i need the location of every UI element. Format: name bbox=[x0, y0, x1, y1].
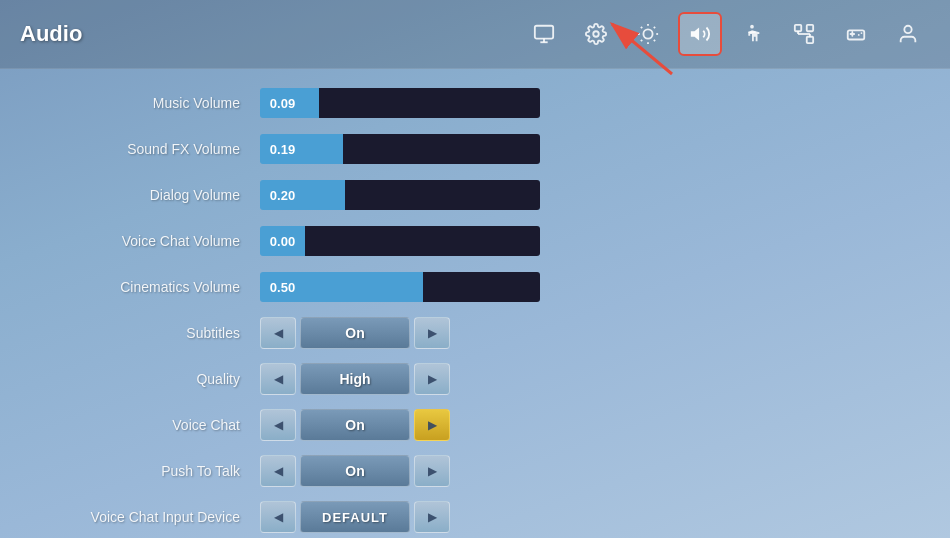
music-volume-track[interactable] bbox=[305, 88, 540, 118]
svg-rect-0 bbox=[535, 26, 553, 39]
setting-row-soundfx-volume: Sound FX Volume 0.19 bbox=[40, 130, 910, 168]
setting-row-push-to-talk: Push To Talk ◀ On ▶ bbox=[40, 452, 910, 490]
subtitles-label: Subtitles bbox=[40, 325, 260, 341]
setting-row-voice-chat: Voice Chat ◀ On ▶ bbox=[40, 406, 910, 444]
quality-value: High bbox=[300, 363, 410, 395]
voice-chat-label: Voice Chat bbox=[40, 417, 260, 433]
setting-row-music-volume: Music Volume 0.09 bbox=[40, 84, 910, 122]
account-icon bbox=[897, 23, 919, 45]
soundfx-volume-track[interactable] bbox=[305, 134, 540, 164]
push-to-talk-label: Push To Talk bbox=[40, 463, 260, 479]
nav-icon-accessibility[interactable] bbox=[730, 12, 774, 56]
gear-icon bbox=[585, 23, 607, 45]
svg-rect-17 bbox=[807, 25, 813, 31]
setting-row-quality: Quality ◀ High ▶ bbox=[40, 360, 910, 398]
settings-panel: Music Volume 0.09 Sound FX Volume 0.19 D… bbox=[0, 69, 950, 538]
voice-chat-right-btn[interactable]: ▶ bbox=[414, 409, 450, 441]
subtitles-left-btn[interactable]: ◀ bbox=[260, 317, 296, 349]
music-volume-slider[interactable]: 0.09 bbox=[260, 88, 540, 118]
soundfx-volume-label: Sound FX Volume bbox=[40, 141, 260, 157]
soundfx-volume-value: 0.19 bbox=[260, 134, 305, 164]
network-icon bbox=[793, 23, 815, 45]
svg-point-22 bbox=[904, 26, 911, 33]
dialog-volume-value: 0.20 bbox=[260, 180, 305, 210]
music-volume-value: 0.09 bbox=[260, 88, 305, 118]
brightness-icon bbox=[637, 23, 659, 45]
cinematics-volume-value: 0.50 bbox=[260, 272, 305, 302]
setting-row-cinematics-volume: Cinematics Volume 0.50 bbox=[40, 268, 910, 306]
setting-row-voicechat-volume: Voice Chat Volume 0.00 bbox=[40, 222, 910, 260]
soundfx-volume-fill bbox=[305, 134, 343, 164]
dialog-volume-slider[interactable]: 0.20 bbox=[260, 180, 540, 210]
monitor-icon bbox=[533, 23, 555, 45]
subtitles-toggle: ◀ On ▶ bbox=[260, 317, 450, 349]
voicechat-volume-value: 0.00 bbox=[260, 226, 305, 256]
svg-point-4 bbox=[643, 29, 652, 38]
push-to-talk-value: On bbox=[300, 455, 410, 487]
dialog-volume-label: Dialog Volume bbox=[40, 187, 260, 203]
nav-icon-controller[interactable] bbox=[834, 12, 878, 56]
cinematics-volume-track[interactable] bbox=[305, 272, 540, 302]
nav-icon-network[interactable] bbox=[782, 12, 826, 56]
svg-point-14 bbox=[750, 25, 754, 29]
quality-left-btn[interactable]: ◀ bbox=[260, 363, 296, 395]
voicechat-volume-track[interactable] bbox=[305, 226, 540, 256]
push-to-talk-right-btn[interactable]: ▶ bbox=[414, 455, 450, 487]
cinematics-volume-fill bbox=[305, 272, 423, 302]
nav-icon-brightness[interactable] bbox=[626, 12, 670, 56]
voice-input-device-toggle: ◀ DEFAULT ▶ bbox=[260, 501, 450, 533]
cinematics-volume-slider[interactable]: 0.50 bbox=[260, 272, 540, 302]
setting-row-dialog-volume: Dialog Volume 0.20 bbox=[40, 176, 910, 214]
cinematics-volume-label: Cinematics Volume bbox=[40, 279, 260, 295]
svg-line-12 bbox=[654, 27, 655, 28]
quality-toggle: ◀ High ▶ bbox=[260, 363, 450, 395]
accessibility-icon bbox=[741, 23, 763, 45]
subtitles-value: On bbox=[300, 317, 410, 349]
svg-rect-16 bbox=[795, 25, 801, 31]
music-volume-fill bbox=[305, 88, 319, 118]
voice-chat-toggle: ◀ On ▶ bbox=[260, 409, 450, 441]
nav-bar bbox=[522, 12, 930, 56]
voice-input-device-value: DEFAULT bbox=[300, 501, 410, 533]
svg-marker-13 bbox=[691, 28, 699, 41]
svg-point-3 bbox=[593, 31, 599, 37]
voicechat-volume-slider[interactable]: 0.00 bbox=[260, 226, 540, 256]
page-title: Audio bbox=[20, 21, 522, 47]
soundfx-volume-slider[interactable]: 0.19 bbox=[260, 134, 540, 164]
header: Audio bbox=[0, 0, 950, 69]
svg-line-11 bbox=[641, 40, 642, 41]
quality-right-btn[interactable]: ▶ bbox=[414, 363, 450, 395]
controller-icon bbox=[845, 23, 867, 45]
setting-row-subtitles: Subtitles ◀ On ▶ bbox=[40, 314, 910, 352]
voicechat-volume-label: Voice Chat Volume bbox=[40, 233, 260, 249]
voice-chat-left-btn[interactable]: ◀ bbox=[260, 409, 296, 441]
subtitles-right-btn[interactable]: ▶ bbox=[414, 317, 450, 349]
dialog-volume-fill bbox=[305, 180, 345, 210]
audio-icon bbox=[689, 23, 711, 45]
svg-rect-18 bbox=[807, 37, 813, 43]
voice-chat-value: On bbox=[300, 409, 410, 441]
svg-line-7 bbox=[641, 27, 642, 28]
dialog-volume-track[interactable] bbox=[305, 180, 540, 210]
quality-label: Quality bbox=[40, 371, 260, 387]
push-to-talk-toggle: ◀ On ▶ bbox=[260, 455, 450, 487]
setting-row-voice-input-device: Voice Chat Input Device ◀ DEFAULT ▶ bbox=[40, 498, 910, 536]
voice-input-device-right-btn[interactable]: ▶ bbox=[414, 501, 450, 533]
nav-icon-audio[interactable] bbox=[678, 12, 722, 56]
svg-line-8 bbox=[654, 40, 655, 41]
voice-input-device-label: Voice Chat Input Device bbox=[40, 509, 260, 525]
nav-icon-account[interactable] bbox=[886, 12, 930, 56]
music-volume-label: Music Volume bbox=[40, 95, 260, 111]
push-to-talk-left-btn[interactable]: ◀ bbox=[260, 455, 296, 487]
nav-icon-monitor[interactable] bbox=[522, 12, 566, 56]
nav-icon-settings[interactable] bbox=[574, 12, 618, 56]
voice-input-device-left-btn[interactable]: ◀ bbox=[260, 501, 296, 533]
